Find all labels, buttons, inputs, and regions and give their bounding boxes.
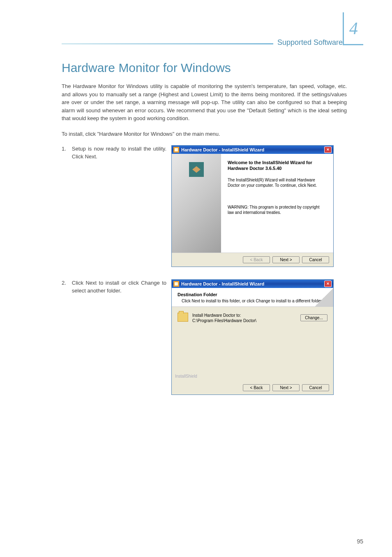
step-1-number: 1. (62, 145, 66, 161)
page-number: 95 (357, 538, 363, 545)
destination-subtitle: Click Next to install to this folder, or… (182, 299, 327, 303)
section-title: Supported Software (277, 38, 343, 47)
dialog-destination: Hardware Doctor - InstallShield Wizard ×… (171, 279, 334, 395)
back-button: < Back (243, 256, 270, 263)
installer-icon (173, 147, 179, 153)
cancel-button[interactable]: Cancel (302, 384, 329, 391)
folder-icon (178, 313, 188, 322)
page-header: Supported Software 4 (62, 21, 347, 49)
change-button[interactable]: Change... (300, 314, 327, 321)
back-button[interactable]: < Back (243, 384, 270, 391)
step-2-row: 2. Click Next to install or click Change… (62, 279, 347, 395)
destination-header: Destination Folder Click Next to install… (172, 288, 333, 307)
destination-title: Destination Folder (178, 292, 327, 297)
next-button[interactable]: Next > (272, 256, 300, 263)
close-icon[interactable]: × (324, 281, 332, 287)
welcome-paragraph: The InstallShield(R) Wizard will install… (228, 177, 327, 188)
next-button[interactable]: Next > (272, 384, 300, 391)
package-icon (189, 162, 204, 177)
step-2-number: 2. (62, 279, 66, 295)
step-2-text: 2. Click Next to install or click Change… (62, 279, 166, 295)
chapter-number: 4 (349, 19, 358, 38)
close-icon[interactable]: × (324, 146, 332, 153)
installer-icon (173, 281, 179, 287)
install-path: C:\Program Files\Hardware Doctor\ (192, 318, 296, 323)
intro-paragraph: The Hardware Monitor for Windows utility… (62, 82, 347, 123)
dialog-welcome: Hardware Doctor - InstallShield Wizard ×… (171, 145, 334, 267)
step-1-text: 1. Setup is now ready to install the uti… (62, 145, 166, 161)
dialog-title: Hardware Doctor - InstallShield Wizard (181, 281, 264, 286)
welcome-warning: WARNING: This program is protected by co… (228, 204, 327, 215)
step-2-desc: Click Next to install or click Change to… (72, 279, 166, 295)
header-rule (62, 43, 273, 44)
dialog-titlebar: Hardware Doctor - InstallShield Wizard × (172, 146, 333, 154)
step-1-desc: Setup is now ready to install the utilit… (72, 145, 166, 161)
step-1-row: 1. Setup is now ready to install the uti… (62, 145, 347, 267)
cancel-button[interactable]: Cancel (302, 256, 329, 263)
install-note: To install, click "Hardware Monitor for … (62, 130, 347, 138)
chapter-badge: 4 (343, 12, 363, 45)
installshield-label: InstallShield (175, 374, 197, 378)
wizard-sidebar-graphic (172, 154, 221, 253)
dialog-title: Hardware Doctor - InstallShield Wizard (181, 147, 264, 152)
dialog-titlebar: Hardware Doctor - InstallShield Wizard × (172, 280, 333, 288)
install-to-label: Install Hardware Doctor to: (192, 313, 296, 318)
page-title: Hardware Monitor for Windows (62, 61, 347, 75)
welcome-heading: Welcome to the InstallShield Wizard for … (228, 160, 327, 172)
